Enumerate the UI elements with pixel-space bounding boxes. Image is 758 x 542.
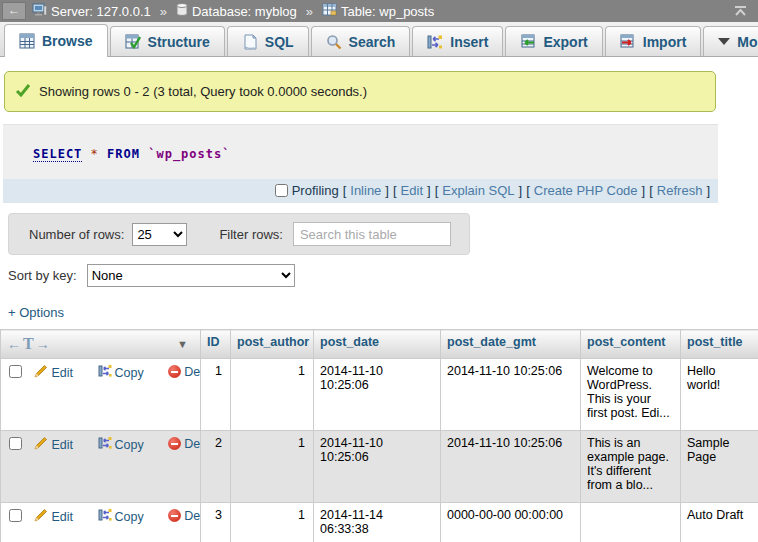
delete-icon bbox=[168, 365, 181, 378]
cell-post-author: 1 bbox=[231, 431, 314, 503]
create-php-code-link[interactable]: Create PHP Code bbox=[534, 183, 638, 198]
copy-icon bbox=[98, 508, 112, 525]
column-header-post-title[interactable]: post_title bbox=[681, 330, 758, 359]
cell-post-author: 1 bbox=[231, 503, 314, 542]
structure-icon bbox=[125, 34, 141, 50]
tab-more[interactable]: More bbox=[703, 26, 758, 56]
sql-icon bbox=[242, 34, 258, 50]
breadcrumb-database-label: Database: myblog bbox=[192, 4, 297, 19]
export-icon bbox=[520, 34, 536, 50]
breadcrumb-table[interactable]: Table: wp_posts bbox=[322, 3, 434, 19]
success-check-icon bbox=[15, 83, 31, 100]
edit-row-button[interactable]: Edit bbox=[34, 508, 85, 525]
delete-icon bbox=[168, 509, 181, 522]
tab-structure-label: Structure bbox=[148, 34, 210, 50]
cell-post-title: Hello world! bbox=[681, 359, 758, 431]
copy-icon bbox=[98, 436, 112, 453]
server-icon bbox=[32, 3, 47, 20]
delete-row-button[interactable]: Delete bbox=[168, 509, 200, 523]
tab-import-label: Import bbox=[643, 34, 687, 50]
number-of-rows-label: Number of rows: bbox=[29, 227, 124, 242]
copy-row-button[interactable]: Copy bbox=[98, 364, 156, 381]
database-icon bbox=[176, 3, 188, 19]
tab-export-label: Export bbox=[543, 34, 587, 50]
tab-import[interactable]: Import bbox=[605, 26, 702, 56]
tab-search[interactable]: Search bbox=[311, 26, 411, 56]
sql-keyword: SELECT bbox=[33, 147, 82, 162]
edit-query-link[interactable]: Edit bbox=[401, 183, 423, 198]
delete-row-button[interactable]: Delete bbox=[168, 437, 200, 451]
column-header-post-date-gmt[interactable]: post_date_gmt bbox=[441, 330, 581, 359]
move-left-icon[interactable]: ← bbox=[7, 336, 21, 352]
column-header-id[interactable]: ID bbox=[201, 330, 231, 359]
query-status-message: Showing rows 0 - 2 (3 total, Query took … bbox=[4, 71, 716, 112]
import-icon bbox=[620, 34, 636, 50]
sql-query-text: SELECT * FROM `wp_posts` bbox=[3, 125, 718, 179]
sql-keyword: FROM bbox=[107, 147, 140, 161]
tab-more-label: More bbox=[737, 34, 758, 50]
table-icon bbox=[322, 3, 337, 19]
tab-insert[interactable]: Insert bbox=[412, 26, 503, 56]
explain-sql-link[interactable]: Explain SQL bbox=[442, 183, 514, 198]
tab-browse-label: Browse bbox=[42, 33, 93, 49]
refresh-link[interactable]: Refresh bbox=[657, 183, 703, 198]
actions-header: ← T → ▼ bbox=[1, 330, 201, 359]
cell-post-date: 2014-11-10 10:25:06 bbox=[314, 431, 441, 503]
query-status-text: Showing rows 0 - 2 (3 total, Query took … bbox=[39, 84, 367, 99]
pencil-icon bbox=[34, 436, 48, 453]
sort-order-icon[interactable]: ▼ bbox=[177, 338, 188, 350]
results-header-row: ← T → ▼ ID post_author post_date post_da… bbox=[1, 330, 758, 359]
tab-insert-label: Insert bbox=[450, 34, 488, 50]
browse-icon bbox=[19, 33, 35, 49]
chevron-down-icon bbox=[718, 38, 730, 45]
copy-row-button[interactable]: Copy bbox=[98, 436, 156, 453]
profiling-checkbox[interactable] bbox=[275, 184, 288, 197]
copy-icon bbox=[98, 364, 112, 381]
edit-row-button[interactable]: Edit bbox=[34, 364, 85, 381]
sort-by-key-row: Sort by key: None bbox=[8, 264, 758, 287]
cell-post-content: Welcome to WordPress. This is your first… bbox=[581, 359, 681, 431]
tab-browse[interactable]: Browse bbox=[4, 24, 108, 57]
cell-post-title: Sample Page bbox=[681, 431, 758, 503]
table-tabs: Browse Structure SQL Search Insert bbox=[0, 22, 758, 57]
tab-structure[interactable]: Structure bbox=[110, 26, 225, 56]
cell-post-content bbox=[581, 503, 681, 542]
sql-query-box: SELECT * FROM `wp_posts` Profiling [ Inl… bbox=[3, 124, 718, 203]
delete-icon bbox=[168, 437, 181, 450]
phpmyadmin-page: ← Server: 127.0.0.1 » Database: myblog » bbox=[0, 0, 758, 542]
inline-link[interactable]: Inline bbox=[350, 183, 381, 198]
tab-sql-label: SQL bbox=[265, 34, 294, 50]
column-header-post-author[interactable]: post_author bbox=[231, 330, 314, 359]
tab-sql[interactable]: SQL bbox=[227, 26, 309, 56]
breadcrumb-server[interactable]: Server: 127.0.0.1 bbox=[32, 3, 151, 20]
number-of-rows-select[interactable]: 25 bbox=[132, 223, 187, 246]
row-select-checkbox[interactable] bbox=[9, 437, 22, 450]
delete-row-button[interactable]: Delete bbox=[168, 365, 200, 379]
edit-row-button[interactable]: Edit bbox=[34, 436, 85, 453]
table-row: Edit Copy Delete 1 1 2014-11-10 10:25:06… bbox=[1, 359, 758, 431]
column-header-post-date[interactable]: post_date bbox=[314, 330, 441, 359]
rows-controls-bar: Number of rows: 25 Filter rows: bbox=[8, 213, 470, 255]
tab-search-label: Search bbox=[349, 34, 396, 50]
server-breadcrumb-bar: ← Server: 127.0.0.1 » Database: myblog » bbox=[0, 0, 758, 22]
move-right-icon[interactable]: → bbox=[36, 336, 50, 352]
options-toggle-link[interactable]: + Options bbox=[8, 305, 64, 320]
sidebar-toggle-button[interactable]: ← bbox=[2, 2, 26, 20]
cell-post-date-gmt: 2014-11-10 10:25:06 bbox=[441, 431, 581, 503]
copy-row-button[interactable]: Copy bbox=[98, 508, 156, 525]
column-header-post-content[interactable]: post_content bbox=[581, 330, 681, 359]
breadcrumb-database[interactable]: Database: myblog bbox=[176, 3, 297, 19]
pencil-icon bbox=[34, 364, 48, 381]
sort-by-key-select[interactable]: None bbox=[87, 264, 295, 287]
row-select-checkbox[interactable] bbox=[9, 365, 22, 378]
row-select-checkbox[interactable] bbox=[9, 509, 22, 522]
table-row: Edit Copy Delete 3 1 2014-11-14 06:33:38… bbox=[1, 503, 758, 542]
cell-post-date-gmt: 0000-00-00 00:00:00 bbox=[441, 503, 581, 542]
sql-table-identifier: `wp_posts` bbox=[148, 147, 230, 161]
tab-export[interactable]: Export bbox=[505, 26, 602, 56]
filter-rows-input[interactable] bbox=[293, 222, 451, 246]
scroll-top-icon[interactable] bbox=[733, 5, 748, 17]
cell-id: 2 bbox=[201, 431, 231, 503]
transpose-icon[interactable]: T bbox=[23, 335, 34, 353]
cell-post-date-gmt: 2014-11-10 10:25:06 bbox=[441, 359, 581, 431]
